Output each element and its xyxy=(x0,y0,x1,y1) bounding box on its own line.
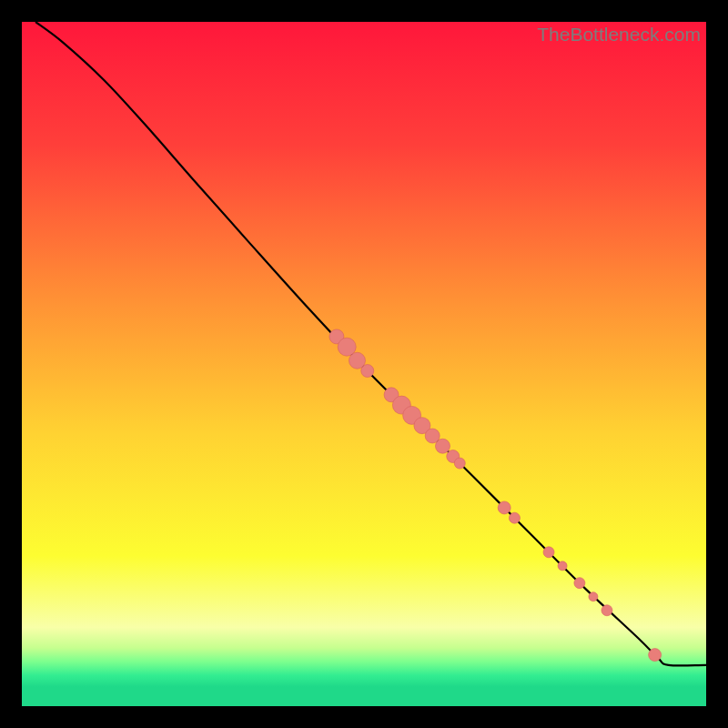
data-marker xyxy=(435,439,450,453)
data-marker xyxy=(509,512,520,523)
data-marker xyxy=(649,649,662,662)
watermark-text: TheBottleneck.com xyxy=(537,24,701,46)
data-marker xyxy=(498,501,511,514)
data-marker xyxy=(454,458,465,469)
data-marker xyxy=(589,592,598,602)
data-marker xyxy=(558,561,567,571)
chart-svg xyxy=(22,22,706,706)
data-marker xyxy=(602,605,612,616)
data-marker xyxy=(574,578,585,589)
data-marker xyxy=(543,547,554,558)
chart-frame: TheBottleneck.com xyxy=(22,22,706,706)
data-marker xyxy=(361,365,374,378)
